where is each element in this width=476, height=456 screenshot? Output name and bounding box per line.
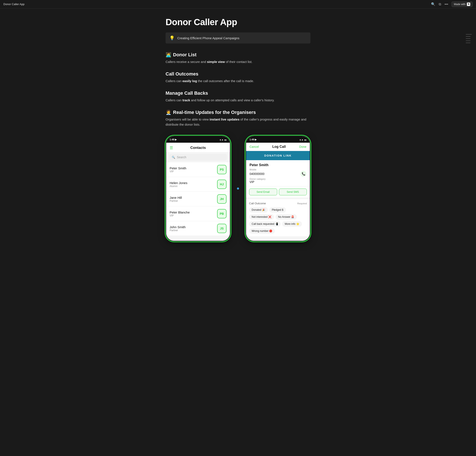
realtime-emoji: 🧑‍💼 bbox=[166, 110, 171, 115]
outcome-chip-pledged[interactable]: Pledged $ bbox=[269, 207, 286, 213]
contact-tag: Partner bbox=[170, 199, 182, 202]
phone1-notch: 1:48 ▶ ▲▲ ▬ bbox=[166, 136, 230, 143]
made-with-badge[interactable]: Made with N bbox=[451, 1, 473, 7]
contact-tag: Alumni bbox=[170, 185, 187, 188]
contact-item[interactable]: John Smith Partner JS bbox=[166, 221, 230, 236]
call-button[interactable]: 📞 bbox=[300, 171, 306, 177]
phone2-notch: 1:49 ▶ ▲▲ ▬ bbox=[246, 136, 310, 143]
contact-info: John Smith Partner bbox=[170, 225, 186, 232]
notion-logo: N bbox=[467, 3, 470, 6]
donor-category-value: VIP bbox=[249, 180, 306, 184]
copy-icon[interactable]: ⧉ bbox=[439, 2, 441, 6]
mobile-value: 040000000 📞 bbox=[249, 171, 306, 177]
wifi-icon: ▲▲ bbox=[299, 138, 303, 141]
callout-block: 💡 Creating Efficient Phone Appeal Campai… bbox=[166, 32, 310, 44]
callout-icon: 💡 bbox=[169, 35, 175, 41]
toc-line-5 bbox=[466, 43, 470, 43]
phone2-content: Cancel Log Call Done DONATION LINK Peter… bbox=[246, 143, 310, 241]
donor-name: Peter Smith bbox=[249, 163, 306, 167]
outcome-chip-donated[interactable]: Donated 🎉 bbox=[249, 207, 268, 213]
phone1-content: ☰ Contacts 🔍 Search Peter Smith VIP PS bbox=[166, 143, 230, 241]
donation-banner[interactable]: DONATION LINK bbox=[246, 151, 310, 160]
contact-list: Peter Smith VIP PS Helen Jones Alumni HJ bbox=[166, 162, 230, 236]
mobile-label: Mobile bbox=[249, 168, 306, 171]
section-body-realtime: Organisers will be able to view instant … bbox=[166, 117, 310, 127]
contact-item[interactable]: Peter Smith VIP PS bbox=[166, 162, 230, 177]
log-call-title: Log Call bbox=[272, 145, 286, 149]
contact-tag: VIP bbox=[170, 170, 186, 173]
phone2-header: Cancel Log Call Done bbox=[246, 143, 310, 151]
phone1-mockup: 1:48 ▶ ▲▲ ▬ ☰ Contacts 🔍 Search bbox=[166, 136, 230, 241]
contact-avatar: HJ bbox=[217, 180, 227, 189]
battery-icon: ▬ bbox=[304, 138, 306, 141]
contact-info: Helen Jones Alumni bbox=[170, 181, 187, 188]
contact-name: Peter Smith bbox=[170, 166, 186, 170]
toc-line-2 bbox=[466, 36, 470, 37]
contact-info: Peter Blanche VIP bbox=[170, 210, 190, 217]
outcome-row-3: Call back requested 📲 More info 🌟 bbox=[249, 221, 307, 227]
menu-icon[interactable]: ☰ bbox=[170, 145, 173, 150]
phone1-header: ☰ Contacts bbox=[166, 143, 230, 152]
outcome-chip-not-interested[interactable]: Not interested ❌ bbox=[249, 214, 274, 220]
contact-info: Jane Hill Partner bbox=[170, 196, 182, 202]
phone2-status: ▲▲ ▬ bbox=[299, 138, 306, 141]
slide-dot-indicator bbox=[237, 187, 239, 190]
section-title-manage-callbacks: Manage Call Backs bbox=[166, 90, 310, 96]
contact-avatar: PB bbox=[217, 209, 227, 219]
wifi-icon: ▲▲ bbox=[219, 138, 223, 141]
contact-avatar: JS bbox=[217, 224, 227, 233]
search-icon[interactable]: 🔍 bbox=[431, 2, 435, 6]
contacts-title: Contacts bbox=[190, 146, 206, 150]
call-outcome-section: Call Outcome Required Donated 🎉 Pledged … bbox=[246, 199, 310, 236]
toc-line-1 bbox=[466, 34, 472, 35]
send-sms-button[interactable]: Send SMS bbox=[279, 189, 307, 195]
call-outcome-label: Call Outcome bbox=[249, 202, 266, 205]
cancel-button[interactable]: Cancel bbox=[249, 145, 259, 149]
section-body-donor-list: Callers receive a secure and simple view… bbox=[166, 59, 310, 64]
contact-item[interactable]: Peter Blanche VIP PB bbox=[166, 206, 230, 221]
outcome-chip-more-info[interactable]: More info 🌟 bbox=[282, 221, 302, 227]
action-buttons: Send Email Send SMS bbox=[246, 186, 310, 198]
donor-category-label: Donor category bbox=[249, 178, 306, 180]
phone1-search-bar[interactable]: 🔍 Search bbox=[169, 154, 227, 161]
send-email-button[interactable]: Send Email bbox=[249, 189, 277, 195]
topbar: Donor Caller App 🔍 ⧉ ••• Made with N bbox=[0, 0, 476, 9]
toc-line-4 bbox=[466, 41, 470, 41]
main-content: Donor Caller App 💡 Creating Efficient Ph… bbox=[161, 9, 315, 258]
donor-list-emoji: 🧑‍💻 bbox=[166, 52, 171, 58]
search-placeholder: Search bbox=[177, 156, 186, 159]
toc-line-3 bbox=[466, 38, 470, 39]
contact-tag: Partner bbox=[170, 229, 186, 232]
donor-info-section: Peter Smith Mobile 040000000 📞 Donor cat… bbox=[246, 160, 310, 186]
contact-avatar: PS bbox=[217, 165, 227, 174]
outcome-chip-wrong-number[interactable]: Wrong number 🔴 bbox=[249, 228, 275, 234]
page-title: Donor Caller App bbox=[166, 17, 310, 27]
section-title-call-outcomes: Call Outcomes bbox=[166, 71, 310, 77]
battery-icon: ▬ bbox=[224, 138, 227, 141]
contact-info: Peter Smith VIP bbox=[170, 166, 186, 173]
section-title-realtime: 🧑‍💼 Real-time Updates for the Organisers bbox=[166, 110, 310, 115]
outcome-chip-no-answer[interactable]: No Answer 🚨 bbox=[275, 214, 297, 220]
done-button[interactable]: Done bbox=[299, 145, 306, 149]
contact-name: Jane Hill bbox=[170, 196, 182, 199]
phone1-status: ▲▲ ▬ bbox=[219, 138, 227, 141]
contact-tag: VIP bbox=[170, 214, 190, 217]
outcome-header: Call Outcome Required bbox=[249, 202, 307, 205]
phone1-time: 1:48 ▶ bbox=[170, 138, 177, 141]
required-badge: Required bbox=[297, 202, 307, 205]
contact-item[interactable]: Jane Hill Partner JH bbox=[166, 192, 230, 206]
section-title-donor-list: 🧑‍💻 Donor List bbox=[166, 52, 310, 58]
phone2-time: 1:49 ▶ bbox=[249, 138, 256, 141]
callout-text: Creating Efficient Phone Appeal Campaign… bbox=[177, 36, 239, 40]
outcome-chip-callback[interactable]: Call back requested 📲 bbox=[249, 221, 280, 227]
outcome-row-4: Wrong number 🔴 bbox=[249, 228, 307, 234]
contact-item[interactable]: Helen Jones Alumni HJ bbox=[166, 177, 230, 192]
more-icon[interactable]: ••• bbox=[444, 2, 448, 6]
topbar-icons: 🔍 ⧉ ••• Made with N bbox=[431, 1, 473, 7]
contact-avatar: JH bbox=[217, 194, 227, 204]
table-of-contents bbox=[466, 34, 472, 43]
phone2-mockup: 1:49 ▶ ▲▲ ▬ Cancel Log Call Done DONATIO… bbox=[246, 136, 310, 241]
section-body-manage-callbacks: Callers can track and follow up on attem… bbox=[166, 98, 310, 103]
phones-row: 1:48 ▶ ▲▲ ▬ ☰ Contacts 🔍 Search bbox=[166, 136, 310, 241]
contact-name: John Smith bbox=[170, 225, 186, 229]
